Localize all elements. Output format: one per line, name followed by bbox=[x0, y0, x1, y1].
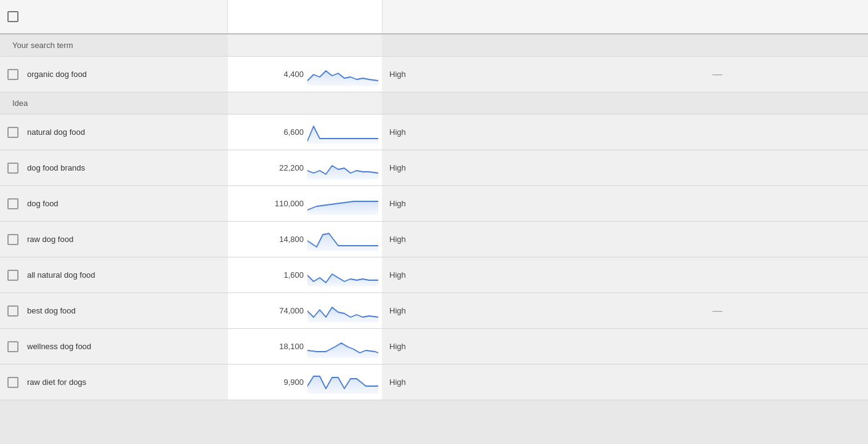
sparkline bbox=[307, 300, 378, 322]
keyword-cell: raw diet for dogs bbox=[0, 365, 228, 400]
avg-number: 4,400 bbox=[270, 70, 304, 79]
sparkline bbox=[307, 264, 378, 286]
row-checkbox[interactable] bbox=[7, 69, 18, 80]
avg-number: 22,200 bbox=[270, 163, 304, 172]
ad-impression-cell bbox=[567, 329, 868, 365]
keyword-cell: organic dog food bbox=[0, 57, 228, 92]
avg-monthly-searches-cell: 9,900 bbox=[228, 365, 382, 400]
keyword-text: raw dog food bbox=[27, 235, 73, 244]
avg-number: 1,600 bbox=[270, 270, 304, 280]
table-row[interactable]: best dog food 74,000 bbox=[0, 293, 868, 329]
avg-monthly-searches-cell: 14,800 bbox=[228, 222, 382, 257]
avg-number: 18,100 bbox=[270, 342, 304, 351]
keyword-text: natural dog food bbox=[27, 127, 85, 137]
row-checkbox[interactable] bbox=[7, 127, 18, 138]
table-row[interactable]: raw diet for dogs 9,900 bbox=[0, 365, 868, 400]
competition-value: High bbox=[389, 199, 406, 208]
ad-impression-cell bbox=[567, 150, 868, 186]
keyword-cell: dog food brands bbox=[0, 150, 228, 186]
keyword-text: raw diet for dogs bbox=[27, 377, 86, 387]
table-header-row bbox=[0, 0, 868, 34]
row-checkbox[interactable] bbox=[7, 341, 18, 352]
keyword-cell: dog food bbox=[0, 186, 228, 222]
keyword-column-header bbox=[0, 0, 228, 34]
section-label: Your search term bbox=[0, 34, 228, 57]
competition-cell: High bbox=[382, 329, 567, 365]
sparkline bbox=[307, 193, 378, 215]
competition-value: High bbox=[389, 70, 406, 79]
table-row[interactable]: dog food brands 22,200 bbox=[0, 150, 868, 186]
competition-cell: High bbox=[382, 257, 567, 293]
section-competition-placeholder bbox=[382, 92, 567, 115]
keyword-text: wellness dog food bbox=[27, 342, 91, 351]
keyword-cell: best dog food bbox=[0, 293, 228, 329]
row-checkbox[interactable] bbox=[7, 305, 18, 317]
competition-value: High bbox=[389, 127, 406, 137]
competition-value: High bbox=[389, 377, 406, 387]
section-avg-placeholder bbox=[228, 92, 382, 115]
competition-cell: High bbox=[382, 293, 567, 329]
keyword-text: best dog food bbox=[27, 306, 76, 315]
ad-impression-cell: — bbox=[567, 293, 868, 329]
avg-monthly-searches-cell: 18,100 bbox=[228, 329, 382, 365]
competition-value: High bbox=[389, 342, 406, 351]
sparkline bbox=[307, 228, 378, 251]
ad-value: — bbox=[713, 69, 723, 79]
row-checkbox[interactable] bbox=[7, 198, 18, 209]
row-checkbox[interactable] bbox=[7, 163, 18, 174]
sparkline bbox=[307, 157, 378, 179]
competition-cell: High bbox=[382, 222, 567, 257]
avg-monthly-searches-cell: 6,600 bbox=[228, 115, 382, 150]
competition-cell: High bbox=[382, 57, 567, 92]
keyword-text: dog food brands bbox=[27, 163, 85, 172]
avg-monthly-searches-cell: 4,400 bbox=[228, 57, 382, 92]
sparkline bbox=[307, 371, 378, 394]
table-row[interactable]: all natural dog food 1,600 bbox=[0, 257, 868, 293]
table-row[interactable]: wellness dog food 18,100 bbox=[0, 329, 868, 365]
select-all-checkbox[interactable] bbox=[7, 11, 18, 22]
competition-cell: High bbox=[382, 186, 567, 222]
avg-monthly-searches-cell: 110,000 bbox=[228, 186, 382, 222]
keyword-cell: all natural dog food bbox=[0, 257, 228, 293]
ad-value: — bbox=[713, 305, 723, 316]
avg-number: 110,000 bbox=[270, 199, 304, 208]
ad-column-header bbox=[567, 0, 868, 34]
avg-number: 14,800 bbox=[270, 235, 304, 244]
table-row[interactable]: organic dog food 4,400 bbox=[0, 57, 868, 92]
keyword-planner-table: Your search term organic dog food 4,400 bbox=[0, 0, 868, 400]
ad-impression-cell bbox=[567, 222, 868, 257]
section-header-1: Idea bbox=[0, 92, 868, 115]
row-checkbox[interactable] bbox=[7, 234, 18, 245]
competition-cell: High bbox=[382, 150, 567, 186]
row-checkbox[interactable] bbox=[7, 377, 18, 388]
avg-number: 9,900 bbox=[270, 377, 304, 387]
avg-column-header bbox=[228, 0, 382, 34]
keyword-text: organic dog food bbox=[27, 70, 87, 79]
section-ad-placeholder bbox=[567, 34, 868, 57]
avg-number: 74,000 bbox=[270, 306, 304, 315]
avg-monthly-searches-cell: 74,000 bbox=[228, 293, 382, 329]
keyword-text: all natural dog food bbox=[27, 270, 95, 280]
section-ad-placeholder bbox=[567, 92, 868, 115]
table-row[interactable]: dog food 110,000 bbox=[0, 186, 868, 222]
section-avg-placeholder bbox=[228, 34, 382, 57]
competition-cell: High bbox=[382, 365, 567, 400]
section-header-0: Your search term bbox=[0, 34, 868, 57]
keyword-text: dog food bbox=[27, 199, 59, 208]
row-checkbox[interactable] bbox=[7, 270, 18, 281]
table-row[interactable]: natural dog food 6,600 bbox=[0, 115, 868, 150]
competition-cell: High bbox=[382, 115, 567, 150]
keyword-cell: wellness dog food bbox=[0, 329, 228, 365]
keyword-cell: natural dog food bbox=[0, 115, 228, 150]
table-row[interactable]: raw dog food 14,800 bbox=[0, 222, 868, 257]
ad-impression-cell bbox=[567, 186, 868, 222]
competition-value: High bbox=[389, 270, 406, 280]
competition-column-header bbox=[382, 0, 567, 34]
avg-number: 6,600 bbox=[270, 127, 304, 137]
competition-value: High bbox=[389, 306, 406, 315]
avg-monthly-searches-cell: 1,600 bbox=[228, 257, 382, 293]
competition-value: High bbox=[389, 235, 406, 244]
section-label: Idea bbox=[0, 92, 228, 115]
keyword-cell: raw dog food bbox=[0, 222, 228, 257]
section-competition-placeholder bbox=[382, 34, 567, 57]
